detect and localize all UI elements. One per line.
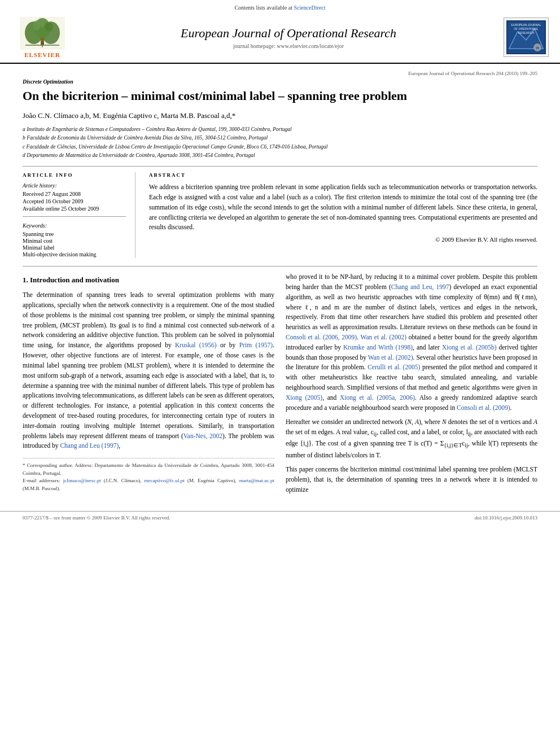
section1-para4: This paper concerns the bicriterion mini… [286,465,537,495]
elsevier-tree-icon [20,16,65,50]
section-label: Discrete Optimization [23,78,537,85]
divider-top [23,166,537,167]
elsevier-label: ELSEVIER [24,51,60,58]
svg-text:EUROPEAN JOURNAL: EUROPEAN JOURNAL [511,23,541,27]
email-captivo[interactable]: mecaptivo@fc.ul.pt [145,478,185,483]
wan2002-ref[interactable]: Wan et al. (2002) [368,354,413,361]
page: Contents lists available at ScienceDirec… [0,0,560,747]
received: Received 27 August 2008 [23,191,126,197]
elsevier-logo: ELSEVIER [11,16,73,58]
abstract-title: ABSTRACT [149,172,537,178]
footnotes: * Corresponding author. Address: Departa… [23,458,274,492]
text-col-left: 1. Introduction and motivation The deter… [23,272,274,500]
keyword-3: Minimal label [23,244,126,251]
top-bar: Contents lists available at ScienceDirec… [11,5,549,11]
journal-main-title: European Journal of Operational Research [73,26,504,41]
abstract-col: ABSTRACT We address a bicriterion spanni… [149,172,537,258]
svg-point-6 [33,20,41,30]
vannes-ref[interactable]: Van-Nes, 2002 [183,433,222,439]
xiong2005a-ref[interactable]: Xiong et al. (2005a, 2006) [340,394,415,401]
consoli-ref[interactable]: Consoli et al. (2006, 2009) [286,334,357,340]
available-online: Available online 25 October 2009 [23,206,126,212]
email-pascoal[interactable]: marta@mat.uc.pt [239,478,274,483]
divider-keywords [23,216,126,217]
keyword-1: Spanning tree [23,231,126,237]
keywords-label: Keywords: [23,222,126,229]
journal-badge: EUROPEAN JOURNAL OF OPERATIONAL RESEARCH… [504,18,549,57]
email-climaco[interactable]: jclimaco@inesc.pt [63,478,101,483]
bottom-doi: doi:10.1016/j.ejor.2009.10.013 [475,515,537,521]
sciencedirect-link[interactable]: ScienceDirect [294,5,325,11]
keyword-2: Minimal cost [23,238,126,244]
footnote-emails: E-mail addresses: jclimaco@inesc.pt (J.C… [23,477,274,492]
svg-text:OF OPERATIONAL: OF OPERATIONAL [514,27,539,30]
kruskal-ref[interactable]: Kruskal (1956) [175,342,216,348]
journal-title-block: European Journal of Operational Research… [73,26,504,49]
keyword-4: Multi-objective decision making [23,251,126,257]
main-text: 1. Introduction and motivation The deter… [23,272,537,500]
article-info-col: ARTICLE INFO Article history: Received 2… [23,172,135,258]
affiliation-a: a Instituto de Engenharia de Sistemas e … [23,125,537,133]
affiliation-b: b Faculdade de Economia da Universidade … [23,134,537,142]
wan-ref[interactable]: Wan et al. (2002) [360,334,406,340]
svg-point-8 [41,42,44,45]
xiong2005-ref[interactable]: Xiong (2005) [286,394,322,401]
article-body: European Journal of Operational Research… [0,64,560,511]
affiliation-c: c Faculdade de Ciências, Universidade de… [23,143,537,151]
changleu-ref[interactable]: Chang and Leu (1997) [60,442,119,449]
header-content: ELSEVIER European Journal of Operational… [11,14,549,63]
one-text: One [211,302,222,308]
section1-para3: Hereafter we consider an undirected netw… [286,417,537,460]
section1-heading: 1. Introduction and motivation [23,274,274,286]
prim-ref[interactable]: Prim (1957) [239,342,273,348]
svg-point-7 [45,23,53,32]
svg-text:25: 25 [536,46,539,50]
affiliations: a Instituto de Engenharia de Sistemas e … [23,125,537,159]
bottom-bar: 0377-2217/$ – see front matter © 2009 El… [0,511,560,523]
affiliation-d: d Departamento de Matemática da Universi… [23,151,537,159]
cerulli-ref[interactable]: Cerulli et al. (2005) [368,364,420,370]
article-info-abstract: ARTICLE INFO Article history: Received 2… [23,172,537,258]
history-label: Article history: [23,182,126,189]
svg-text:RESEARCH: RESEARCH [518,31,534,34]
journal-homepage: journal homepage: www.elsevier.com/locat… [73,43,504,49]
divider-main [23,266,537,267]
footnote-star: * Corresponding author. Address: Departa… [23,462,274,477]
article-info-title: ARTICLE INFO [23,172,126,178]
abstract-text: We address a bicriterion spanning tree p… [149,182,537,233]
krumke-ref[interactable]: Krumke and Wirth (1998) [343,344,413,351]
xiong-ref[interactable]: Xiong et al. (2005b) [442,344,497,351]
journal-header: Contents lists available at ScienceDirec… [0,0,560,64]
doi-line: European Journal of Operational Research… [23,71,537,76]
consoli2009-ref[interactable]: Consoli et al. (2009) [457,404,510,411]
changleu97-ref[interactable]: Chang and Leu, 1997 [391,283,449,290]
authors: João C.N. Clímaco a,b, M. Eugénia Captiv… [23,110,537,121]
article-title: On the bicriterion – minimal cost/minima… [23,88,537,104]
section1-para1: The determination of spanning trees lead… [23,290,274,451]
text-col-right: who proved it to be NP-hard, by reducing… [286,272,537,500]
copyright: © 2009 Elsevier B.V. All rights reserved… [149,236,537,243]
journal-badge-icon: EUROPEAN JOURNAL OF OPERATIONAL RESEARCH… [506,20,546,54]
section1-para2: who proved it to be NP-hard, by reducing… [286,272,537,413]
accepted: Accepted 16 October 2009 [23,198,126,204]
bottom-copyright: 0377-2217/$ – see front matter © 2009 El… [23,515,170,521]
